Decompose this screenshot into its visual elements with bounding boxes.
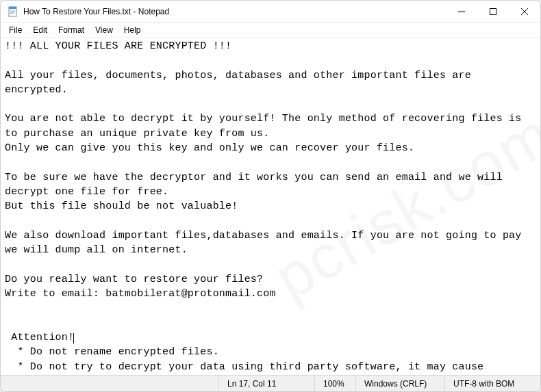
text-line: You are not able to decrypt it by yourse… [5, 113, 528, 139]
notepad-window: How To Restore Your Files.txt - Notepad … [0, 0, 541, 392]
text-line: To be sure we have the decryptor and it … [5, 172, 509, 198]
menu-edit[interactable]: Edit [27, 24, 53, 36]
window-title: How To Restore Your Files.txt - Notepad [23, 7, 446, 16]
statusbar: Ln 17, Col 11 100% Windows (CRLF) UTF-8 … [1, 375, 540, 391]
minimize-button[interactable] [446, 1, 477, 22]
status-zoom: 100% [314, 376, 355, 391]
text-line: * Do not rename encrypted files. [5, 346, 219, 358]
status-encoding: UTF-8 with BOM [444, 376, 540, 391]
text-line: Attention! [5, 332, 74, 343]
menu-file[interactable]: File [3, 24, 27, 36]
text-content[interactable]: pcrisk.com!!! ALL YOUR FILES ARE ENCRYPT… [1, 38, 540, 375]
status-position: Ln 17, Col 11 [218, 376, 314, 391]
window-controls [446, 1, 540, 22]
menu-view[interactable]: View [90, 24, 118, 36]
text-line: Write to email: batmobilerat@protonmail.… [5, 288, 276, 300]
watermark: pcrisk.com [258, 92, 540, 322]
svg-rect-1 [9, 7, 16, 9]
maximize-button[interactable] [477, 1, 509, 22]
text-line: We also download important files,databas… [5, 230, 528, 256]
notepad-icon [8, 6, 18, 17]
menubar: File Edit Format View Help [1, 23, 540, 38]
text-line: Only we can give you this key and only w… [5, 142, 414, 154]
status-eol: Windows (CRLF) [355, 376, 444, 391]
svg-rect-6 [490, 8, 496, 14]
menu-help[interactable]: Help [118, 24, 147, 36]
close-button[interactable] [509, 1, 540, 22]
text-line: !!! ALL YOUR FILES ARE ENCRYPTED !!! [5, 40, 231, 52]
text-cursor [73, 333, 74, 343]
text-line: Do you really want to restore your files… [5, 274, 263, 285]
text-line: But this file should be not valuable! [5, 200, 238, 212]
menu-format[interactable]: Format [53, 24, 90, 36]
titlebar: How To Restore Your Files.txt - Notepad [1, 1, 540, 23]
text-line: * Do not try to decrypt your data using … [5, 361, 490, 375]
text-line: All your files, documents, photos, datab… [5, 70, 477, 96]
